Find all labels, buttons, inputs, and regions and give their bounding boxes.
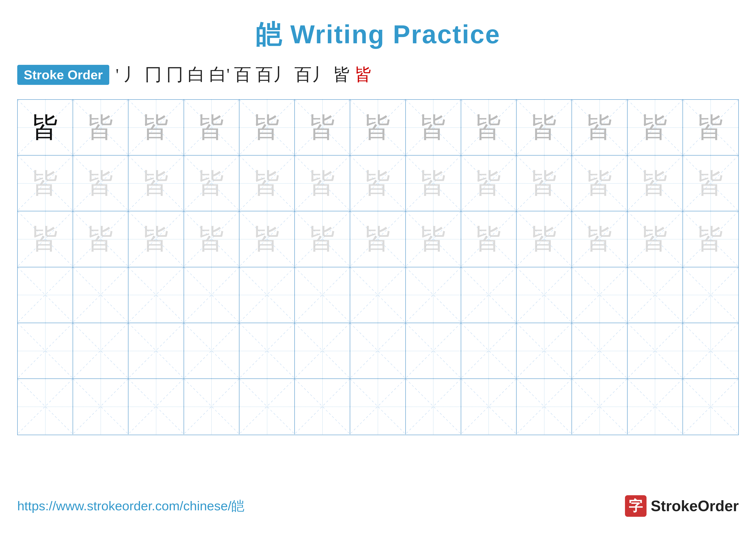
grid-cell-6-7 (350, 379, 406, 434)
grid-cell-5-1 (18, 323, 73, 378)
footer: https://www.strokeorder.com/chinese/皑 字 … (17, 495, 739, 517)
grid-cell-4-4 (184, 267, 239, 323)
svg-line-132 (73, 379, 128, 434)
grid-cell-3-2: 皆 (73, 211, 128, 267)
svg-line-94 (461, 267, 516, 322)
svg-line-97 (517, 267, 572, 322)
grid-cell-1-7: 皆 (350, 100, 406, 155)
grid-cell-6-8 (406, 379, 461, 434)
svg-line-146 (461, 379, 516, 434)
svg-line-86 (239, 267, 294, 322)
grid-cell-6-5 (239, 379, 295, 434)
grid-cell-5-13 (683, 323, 738, 378)
grid-cell-2-10: 皆 (517, 156, 572, 211)
svg-line-143 (350, 379, 405, 434)
svg-line-122 (517, 323, 572, 378)
svg-line-83 (128, 267, 183, 322)
grid-cell-5-12 (628, 323, 683, 378)
svg-line-123 (517, 323, 572, 378)
strokeorder-logo-icon: 字 (625, 495, 647, 517)
grid-cell-1-4: 皆 (184, 100, 239, 155)
svg-line-119 (406, 323, 461, 378)
svg-line-101 (628, 267, 683, 322)
grid-row-6 (18, 379, 738, 435)
grid-cell-6-2 (73, 379, 128, 434)
grid-cell-6-6 (295, 379, 350, 434)
grid-cell-3-5: 皆 (239, 211, 295, 267)
svg-line-138 (239, 379, 294, 434)
svg-line-117 (350, 323, 405, 378)
grid-cell-6-13 (683, 379, 738, 434)
svg-line-105 (18, 323, 73, 378)
grid-cell-4-10 (517, 267, 572, 323)
grid-cell-5-7 (350, 323, 406, 378)
grid-cell-4-11 (572, 267, 627, 323)
svg-line-108 (128, 323, 183, 378)
grid-cell-1-5: 皆 (239, 100, 295, 155)
grid-cell-1-1: 皆 (18, 100, 73, 155)
page-title: 皑 Writing Practice (0, 0, 756, 52)
grid-cell-5-3 (128, 323, 184, 378)
svg-line-128 (683, 323, 738, 378)
grid-cell-4-9 (461, 267, 517, 323)
svg-line-79 (18, 267, 73, 322)
svg-line-85 (184, 267, 239, 322)
svg-line-154 (683, 379, 738, 434)
grid-cell-3-4: 皆 (184, 211, 239, 267)
grid-cell-3-11: 皆 (572, 211, 627, 267)
svg-line-141 (295, 379, 350, 434)
grid-row-2: 皆 皆 皆 皆 (18, 156, 738, 211)
svg-line-111 (184, 323, 239, 378)
grid-cell-2-13: 皆 (683, 156, 738, 211)
svg-line-124 (572, 323, 627, 378)
svg-line-80 (73, 267, 128, 322)
svg-line-126 (628, 323, 683, 378)
svg-line-145 (406, 379, 461, 434)
grid-cell-3-3: 皆 (128, 211, 184, 267)
grid-cell-3-7: 皆 (350, 211, 406, 267)
grid-cell-2-2: 皆 (73, 156, 128, 211)
svg-line-120 (461, 323, 516, 378)
svg-line-109 (128, 323, 183, 378)
grid-cell-2-7: 皆 (350, 156, 406, 211)
grid-cell-4-6 (295, 267, 350, 323)
grid-cell-2-11: 皆 (572, 156, 627, 211)
svg-line-137 (184, 379, 239, 434)
svg-line-93 (406, 267, 461, 322)
stroke-9: 百丿 (294, 63, 329, 87)
grid-row-1: 皆 皆 皆 皆 (18, 100, 738, 156)
svg-line-133 (73, 379, 128, 434)
stroke-4: 冂 (166, 63, 183, 87)
svg-line-125 (572, 323, 627, 378)
grid-cell-1-8: 皆 (406, 100, 461, 155)
grid-cell-4-13 (683, 267, 738, 323)
footer-url[interactable]: https://www.strokeorder.com/chinese/皑 (17, 497, 244, 515)
practice-grid: 皆 皆 皆 皆 (17, 99, 739, 435)
svg-line-96 (517, 267, 572, 322)
stroke-10: 皆 (333, 63, 350, 87)
grid-cell-4-3 (128, 267, 184, 323)
grid-cell-2-3: 皆 (128, 156, 184, 211)
title-text: 皑 Writing Practice (256, 20, 500, 49)
grid-cell-4-1 (18, 267, 73, 323)
svg-line-81 (73, 267, 128, 322)
stroke-3: 冂 (145, 63, 162, 87)
grid-cell-4-5 (239, 267, 295, 323)
grid-cell-3-10: 皆 (517, 211, 572, 267)
svg-line-102 (683, 267, 738, 323)
grid-cell-6-12 (628, 379, 683, 434)
grid-cell-6-3 (128, 379, 184, 434)
grid-cell-5-11 (572, 323, 627, 378)
stroke-7: 百 (234, 63, 251, 87)
grid-cell-1-9: 皆 (461, 100, 517, 155)
svg-line-103 (683, 267, 738, 323)
grid-cell-6-10 (517, 379, 572, 434)
grid-cell-1-12: 皆 (628, 100, 683, 155)
grid-cell-4-2 (73, 267, 128, 323)
svg-line-100 (628, 267, 683, 322)
svg-line-90 (350, 267, 405, 322)
grid-row-4 (18, 267, 738, 323)
svg-line-78 (18, 267, 73, 322)
grid-cell-6-4 (184, 379, 239, 434)
grid-cell-3-1: 皆 (18, 211, 73, 267)
